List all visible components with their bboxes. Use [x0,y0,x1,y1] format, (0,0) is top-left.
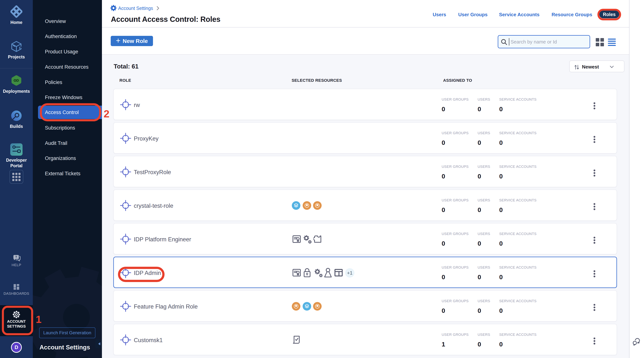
svg-text:?: ? [15,256,17,259]
